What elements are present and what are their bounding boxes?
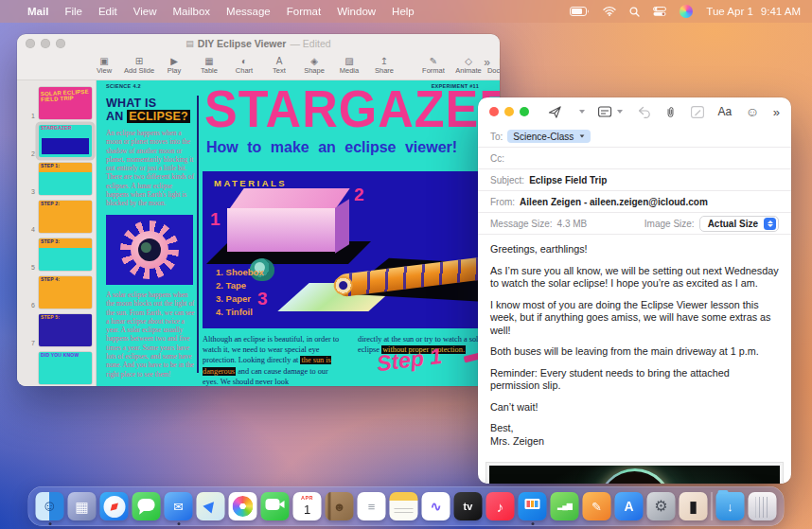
dock-item-freeform[interactable]: ∿ [422,492,450,520]
markup-icon[interactable] [691,106,704,118]
menu-item[interactable]: File [64,6,82,17]
subject-field[interactable]: Subject: Eclipse Field Trip [478,169,791,191]
slide-thumbnail-preview[interactable]: STEP 2: [39,201,92,233]
keynote-toolbar-button[interactable]: ▦ Table [198,57,221,75]
keynote-toolbar-button[interactable]: ▤ Document [492,57,500,75]
dock-item-appstore[interactable]: A [615,492,644,520]
toolbar-button-icon: ✎ [430,57,437,66]
slide-thumbnail-preview[interactable]: STARGAZER [39,125,92,157]
image-size-select[interactable]: Actual Size [699,216,779,232]
recipient-token[interactable]: Science-Class [507,130,591,143]
dock-item-launchpad[interactable]: ▦ [68,492,97,520]
dock-item-finder[interactable]: ☺ [36,492,64,520]
reply-icon[interactable] [637,105,651,118]
slide-thumbnail-preview[interactable]: DID YOU KNOW [39,352,92,384]
dock-item-keynote[interactable] [519,492,547,520]
dock-item-calendar[interactable]: 1 [293,492,322,520]
toolbar-overflow-icon[interactable]: » [773,105,780,119]
send-icon[interactable] [548,105,562,119]
slide-canvas[interactable]: SCIENCE 4.2 EXPERIMENT #11 WHAT IS AN EC… [97,80,500,386]
dock-item-settings[interactable]: ⚙ [647,492,676,520]
menu-item[interactable]: Window [337,6,376,17]
slide-thumbnail[interactable]: 7 STEP 5: [17,311,96,349]
keynote-toolbar-button[interactable]: ◐ Chart [233,57,256,75]
slide-thumbnail-preview[interactable]: SOLAR ECLIPSE FIELD TRIP [39,87,92,119]
dock-item-photos[interactable] [229,492,257,520]
shoebox-lid [229,188,349,209]
dock-item-music[interactable]: ♪ [486,492,515,520]
menu-item[interactable]: Edit [98,6,117,17]
slide-thumbnail-preview[interactable]: STEP 4: [39,276,92,309]
dock-item-messages[interactable] [132,492,161,520]
slide-thumbnail-preview[interactable]: STEP 5: [39,314,92,346]
dock-item-mail[interactable]: ✉ [165,492,193,520]
send-options-chevron-icon[interactable] [576,110,585,114]
dock-item-pages[interactable]: ✎ [583,492,611,520]
control-center-icon[interactable] [653,7,666,16]
message-body[interactable]: Greetings, earthlings!As I’m sure you al… [478,235,791,460]
dock-item-tv[interactable]: tv [454,492,483,520]
to-label: To: [490,132,503,142]
fonts-button[interactable]: Aa [718,105,733,118]
keynote-toolbar-button[interactable]: ▨ Media [338,57,361,75]
dock-item-maps[interactable] [197,492,225,520]
menu-item[interactable]: Format [287,6,321,17]
keynote-toolbar-button[interactable]: ↥ Share [373,57,396,75]
header-fields-icon[interactable] [598,106,623,118]
emoji-icon[interactable]: ☺ [746,104,759,119]
menu-item[interactable]: Help [392,6,415,17]
dock-item-reminders[interactable]: ≡ [358,492,386,520]
attach-icon[interactable] [664,105,677,119]
message-paragraph: Can’t wait! [490,401,779,414]
menu-item[interactable]: View [133,6,157,17]
dock-item-trash[interactable] [749,492,777,520]
search-icon[interactable] [629,7,640,17]
materials-panel: MATERIALS 1 2 3 4 1. Shoebox2. Tape3. Pa… [203,171,500,328]
slide-thumbnail[interactable]: 4 STEP 2: [17,198,96,236]
eclipse-moon-disk [598,468,672,484]
minimize-button[interactable] [504,107,514,116]
keynote-toolbar-button[interactable]: ◈ Shape [303,57,326,75]
siri-icon[interactable] [680,5,693,18]
menu-item[interactable]: Mailbox [172,6,210,17]
eclipse-photo [489,466,780,484]
slide-thumbnail[interactable]: 5 STEP 3: [17,236,96,273]
keynote-toolbar-button[interactable]: ✎ Format [422,57,445,75]
keynote-toolbar-button[interactable]: ▣ View [93,57,115,75]
slide-thumbnail-preview[interactable]: STEP 3: [39,238,92,271]
toolbar-overflow-icon[interactable]: » [484,56,490,69]
keynote-toolbar-button[interactable]: ▶ Play [163,57,185,75]
slide-number: 1 [30,113,35,119]
footer-column-1: Although an eclipse is beautiful, in ord… [203,334,344,386]
dock-item-numbers[interactable]: ▂▄▆ [551,492,579,520]
dock-divider[interactable] [712,492,713,520]
toolbar-button-label: Table [201,66,218,75]
slide-thumbnail-preview[interactable]: STEP 1: [39,163,92,195]
slide-thumbnail[interactable]: 1 SOLAR ECLIPSE FIELD TRIP [17,84,96,122]
from-field[interactable]: From: Aileen Zeigen - aileen.zeigen@iclo… [478,191,791,213]
menu-item[interactable]: Message [226,6,271,17]
keynote-toolbar-button[interactable]: A Text [268,57,291,75]
wifi-icon[interactable] [603,7,616,16]
keynote-toolbar-button[interactable]: ⊞ Add Slide [128,57,150,75]
slide-thumbnail[interactable]: 3 STEP 1: [17,160,96,198]
zoom-button[interactable] [520,107,529,116]
dock-item-safari[interactable]: ◆ [100,492,129,520]
recipient-chevron-icon [580,134,585,137]
slide-thumbnail[interactable]: 6 STEP 4: [17,273,96,311]
dock-item-contacts[interactable]: ☻ [326,492,354,520]
battery-icon[interactable] [570,7,590,16]
dock-item-downloads[interactable]: ↓ [716,492,745,520]
dock-item-notes[interactable] [390,492,418,520]
dock-item-iphone-mirroring[interactable]: ▮ [680,492,708,520]
dock-item-facetime[interactable] [261,492,290,520]
menu-clock[interactable]: Tue Apr 1 9:41 AM [706,6,801,17]
attachment-image[interactable] [485,462,784,484]
cc-field[interactable]: Cc: [478,148,791,169]
slide-thumbnail[interactable]: DID YOU KNOW [17,349,96,386]
slide-thumbnail[interactable]: 2 STARGAZER [17,122,96,160]
keynote-toolbar-button[interactable]: ◇ Animate [457,57,480,75]
close-button[interactable] [489,107,499,116]
menu-app-name[interactable]: Mail [27,6,48,17]
to-field[interactable]: To: Science-Class [478,126,791,148]
